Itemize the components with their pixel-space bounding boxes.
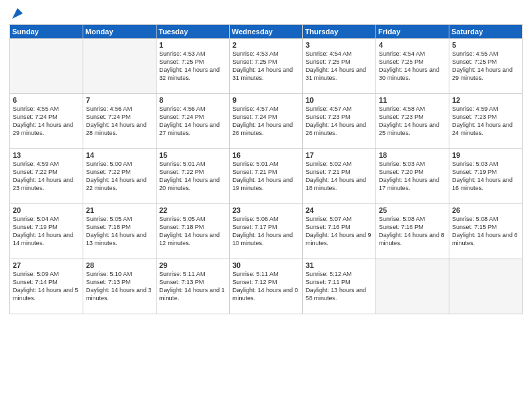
cell-info: Sunrise: 5:05 AMSunset: 7:18 PMDaylight:…	[159, 215, 226, 248]
calendar-cell	[10, 39, 83, 94]
cell-info: Sunrise: 5:03 AMSunset: 7:19 PMDaylight:…	[452, 160, 519, 193]
day-number: 29	[159, 261, 226, 269]
calendar-cell	[83, 39, 157, 94]
day-number: 26	[452, 206, 519, 214]
day-number: 13	[13, 151, 80, 159]
calendar-cell: 12Sunrise: 4:59 AMSunset: 7:23 PMDayligh…	[449, 94, 523, 149]
cell-info: Sunrise: 5:03 AMSunset: 7:20 PMDaylight:…	[379, 160, 446, 193]
calendar-cell: 20Sunrise: 5:04 AMSunset: 7:19 PMDayligh…	[10, 204, 83, 259]
calendar-cell: 30Sunrise: 5:11 AMSunset: 7:12 PMDayligh…	[230, 259, 303, 314]
calendar-cell: 3Sunrise: 4:54 AMSunset: 7:25 PMDaylight…	[303, 39, 376, 94]
calendar-cell	[449, 259, 523, 314]
cell-info: Sunrise: 5:11 AMSunset: 7:13 PMDaylight:…	[159, 270, 226, 303]
calendar-cell: 1Sunrise: 4:53 AMSunset: 7:25 PMDaylight…	[157, 39, 230, 94]
cell-info: Sunrise: 4:55 AMSunset: 7:25 PMDaylight:…	[452, 50, 519, 83]
weekday-header-tuesday: Tuesday	[157, 25, 230, 39]
day-number: 25	[379, 206, 446, 214]
logo-icon	[11, 7, 24, 20]
calendar-cell: 24Sunrise: 5:07 AMSunset: 7:16 PMDayligh…	[303, 204, 376, 259]
cell-info: Sunrise: 5:01 AMSunset: 7:21 PMDaylight:…	[232, 160, 300, 193]
calendar-cell: 22Sunrise: 5:05 AMSunset: 7:18 PMDayligh…	[157, 204, 230, 259]
cell-info: Sunrise: 4:56 AMSunset: 7:24 PMDaylight:…	[159, 105, 226, 138]
cell-info: Sunrise: 5:08 AMSunset: 7:15 PMDaylight:…	[452, 215, 519, 248]
cell-info: Sunrise: 5:08 AMSunset: 7:16 PMDaylight:…	[379, 215, 446, 248]
day-number: 11	[379, 96, 446, 104]
calendar-cell: 7Sunrise: 4:56 AMSunset: 7:24 PMDaylight…	[83, 94, 157, 149]
calendar-cell: 16Sunrise: 5:01 AMSunset: 7:21 PMDayligh…	[230, 149, 303, 204]
cell-info: Sunrise: 4:57 AMSunset: 7:24 PMDaylight:…	[232, 105, 300, 138]
weekday-header-friday: Friday	[376, 25, 449, 39]
calendar-cell: 29Sunrise: 5:11 AMSunset: 7:13 PMDayligh…	[157, 259, 230, 314]
cell-info: Sunrise: 5:01 AMSunset: 7:22 PMDaylight:…	[159, 160, 226, 193]
day-number: 7	[86, 96, 153, 104]
cell-info: Sunrise: 4:53 AMSunset: 7:25 PMDaylight:…	[159, 50, 226, 83]
cell-info: Sunrise: 4:53 AMSunset: 7:25 PMDaylight:…	[232, 50, 300, 83]
cell-info: Sunrise: 4:58 AMSunset: 7:23 PMDaylight:…	[379, 105, 446, 138]
day-number: 20	[13, 206, 80, 214]
day-number: 2	[232, 41, 300, 49]
day-number: 18	[379, 151, 446, 159]
calendar-table: SundayMondayTuesdayWednesdayThursdayFrid…	[9, 24, 523, 314]
calendar-cell: 21Sunrise: 5:05 AMSunset: 7:18 PMDayligh…	[83, 204, 157, 259]
day-number: 10	[306, 96, 373, 104]
day-number: 17	[306, 151, 373, 159]
day-number: 19	[452, 151, 519, 159]
cell-info: Sunrise: 5:05 AMSunset: 7:18 PMDaylight:…	[86, 215, 153, 248]
calendar-cell: 26Sunrise: 5:08 AMSunset: 7:15 PMDayligh…	[449, 204, 523, 259]
cell-info: Sunrise: 4:56 AMSunset: 7:24 PMDaylight:…	[86, 105, 153, 138]
day-number: 3	[306, 41, 373, 49]
weekday-header-monday: Monday	[83, 25, 157, 39]
calendar-cell: 2Sunrise: 4:53 AMSunset: 7:25 PMDaylight…	[230, 39, 303, 94]
cell-info: Sunrise: 4:57 AMSunset: 7:23 PMDaylight:…	[306, 105, 373, 138]
cell-info: Sunrise: 5:00 AMSunset: 7:22 PMDaylight:…	[86, 160, 153, 193]
calendar-cell: 9Sunrise: 4:57 AMSunset: 7:24 PMDaylight…	[230, 94, 303, 149]
weekday-header-saturday: Saturday	[449, 25, 523, 39]
day-number: 31	[306, 261, 373, 269]
calendar-cell: 14Sunrise: 5:00 AMSunset: 7:22 PMDayligh…	[83, 149, 157, 204]
cell-info: Sunrise: 4:54 AMSunset: 7:25 PMDaylight:…	[306, 50, 373, 83]
day-number: 1	[159, 41, 226, 49]
calendar-cell: 19Sunrise: 5:03 AMSunset: 7:19 PMDayligh…	[449, 149, 523, 204]
day-number: 16	[232, 151, 300, 159]
day-number: 5	[452, 41, 519, 49]
weekday-header-wednesday: Wednesday	[230, 25, 303, 39]
cell-info: Sunrise: 5:04 AMSunset: 7:19 PMDaylight:…	[13, 215, 80, 248]
day-number: 24	[306, 206, 373, 214]
cell-info: Sunrise: 5:10 AMSunset: 7:13 PMDaylight:…	[86, 270, 153, 303]
calendar-cell: 28Sunrise: 5:10 AMSunset: 7:13 PMDayligh…	[83, 259, 157, 314]
calendar-cell: 11Sunrise: 4:58 AMSunset: 7:23 PMDayligh…	[376, 94, 449, 149]
calendar-cell: 23Sunrise: 5:06 AMSunset: 7:17 PMDayligh…	[230, 204, 303, 259]
calendar-cell: 25Sunrise: 5:08 AMSunset: 7:16 PMDayligh…	[376, 204, 449, 259]
calendar-cell: 17Sunrise: 5:02 AMSunset: 7:21 PMDayligh…	[303, 149, 376, 204]
calendar-cell: 27Sunrise: 5:09 AMSunset: 7:14 PMDayligh…	[10, 259, 83, 314]
cell-info: Sunrise: 4:59 AMSunset: 7:22 PMDaylight:…	[13, 160, 80, 193]
calendar-cell: 31Sunrise: 5:12 AMSunset: 7:11 PMDayligh…	[303, 259, 376, 314]
day-number: 8	[159, 96, 226, 104]
day-number: 15	[159, 151, 226, 159]
weekday-header-thursday: Thursday	[303, 25, 376, 39]
cell-info: Sunrise: 5:02 AMSunset: 7:21 PMDaylight:…	[306, 160, 373, 193]
day-number: 6	[13, 96, 80, 104]
day-number: 23	[232, 206, 300, 214]
calendar-cell: 5Sunrise: 4:55 AMSunset: 7:25 PMDaylight…	[449, 39, 523, 94]
logo	[9, 7, 24, 20]
day-number: 12	[452, 96, 519, 104]
cell-info: Sunrise: 5:07 AMSunset: 7:16 PMDaylight:…	[306, 215, 373, 248]
page: SundayMondayTuesdayWednesdayThursdayFrid…	[0, 0, 532, 411]
cell-info: Sunrise: 4:55 AMSunset: 7:24 PMDaylight:…	[13, 105, 80, 138]
svg-marker-0	[12, 8, 23, 19]
day-number: 30	[232, 261, 300, 269]
weekday-header-sunday: Sunday	[10, 25, 83, 39]
calendar-cell: 13Sunrise: 4:59 AMSunset: 7:22 PMDayligh…	[10, 149, 83, 204]
day-number: 4	[379, 41, 446, 49]
calendar-cell	[376, 259, 449, 314]
cell-info: Sunrise: 4:54 AMSunset: 7:25 PMDaylight:…	[379, 50, 446, 83]
day-number: 21	[86, 206, 153, 214]
cell-info: Sunrise: 5:06 AMSunset: 7:17 PMDaylight:…	[232, 215, 300, 248]
calendar-cell: 18Sunrise: 5:03 AMSunset: 7:20 PMDayligh…	[376, 149, 449, 204]
calendar-cell: 15Sunrise: 5:01 AMSunset: 7:22 PMDayligh…	[157, 149, 230, 204]
calendar-cell: 10Sunrise: 4:57 AMSunset: 7:23 PMDayligh…	[303, 94, 376, 149]
header	[9, 7, 523, 20]
cell-info: Sunrise: 5:09 AMSunset: 7:14 PMDaylight:…	[13, 270, 80, 303]
calendar-cell: 4Sunrise: 4:54 AMSunset: 7:25 PMDaylight…	[376, 39, 449, 94]
